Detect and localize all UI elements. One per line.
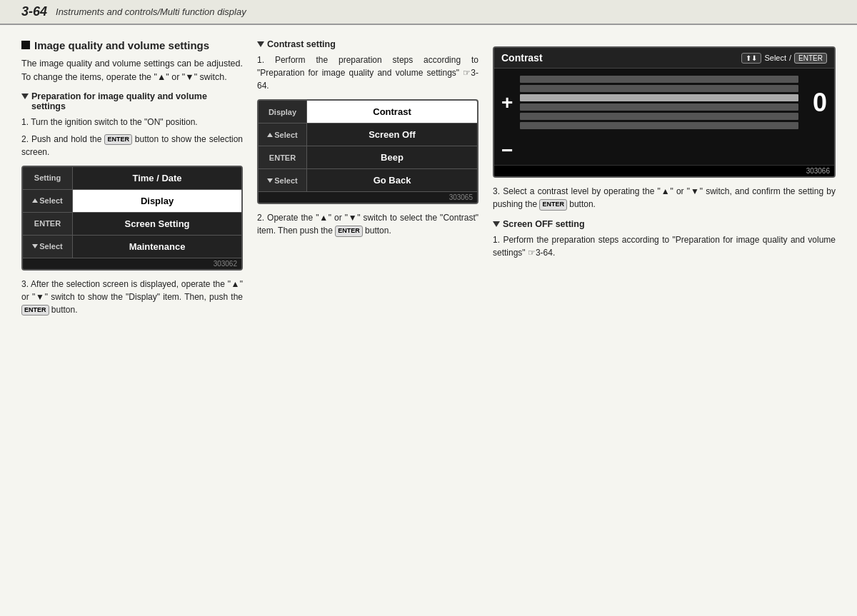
enter-kbd-3: ENTER	[335, 226, 363, 237]
up-down-arrows: ⬆⬇	[746, 54, 757, 62]
contrast-header-label: Contrast	[501, 52, 543, 64]
display-btn-mid: Display	[259, 101, 307, 123]
contrast-header: Contrast ⬆⬇ Select / ENTER	[494, 48, 834, 69]
screen-off-subsection-title: Screen OFF setting	[493, 219, 836, 229]
subsection1-label: Preparation for image quality and volume…	[31, 91, 243, 111]
screen-setting-item: Screen Setting	[73, 213, 241, 235]
up-select-btn: Select	[23, 190, 73, 212]
mid-menu-panel: Display Contrast Select Screen Off ENTER…	[257, 99, 478, 204]
step3-left: 3. After the selection screen is display…	[21, 278, 243, 316]
plus-sign: +	[501, 93, 513, 113]
contrast-item: Contrast	[307, 101, 477, 123]
enter-label-2: ENTER	[269, 153, 296, 162]
screen-off-item: Screen Off	[307, 123, 477, 146]
bar-3-active	[520, 94, 798, 101]
left-menu-panel: Setting Time / Date Select Display ENTER…	[21, 166, 243, 271]
contrast-subsection-label: Contrast setting	[267, 39, 336, 49]
step2-mid: 2. Operate the "▲" or "▼" switch to sele…	[257, 211, 478, 237]
contrast-body: + 0	[494, 69, 834, 136]
select-arrows-btn: ⬆⬇	[741, 53, 761, 64]
enter-label-right: ENTER	[794, 53, 827, 64]
contrast-header-right: ⬆⬇ Select / ENTER	[741, 53, 827, 64]
col-right: Contrast ⬆⬇ Select / ENTER +	[493, 39, 836, 595]
step2-left: 2. Push and hold the ENTER button to sho…	[21, 133, 243, 158]
beep-item: Beep	[307, 146, 477, 168]
down-select-btn-mid: Select	[259, 169, 307, 191]
bar-5	[520, 113, 798, 120]
step4-right: 1. Perform the preparation steps accordi…	[493, 233, 836, 259]
tri-down-icon-1	[32, 244, 38, 248]
step1-left: 1. Turn the ignition switch to the "ON" …	[21, 116, 243, 128]
menu-row-1: Setting Time / Date	[23, 167, 241, 190]
section-title-text: Image quality and volume settings	[34, 39, 209, 51]
step1-mid: 1. Perform the preparation steps accordi…	[257, 54, 478, 92]
triangle-icon-2	[257, 41, 264, 47]
subsection-contrast-title: Contrast setting	[257, 39, 478, 49]
panel-code-3: 303066	[494, 165, 834, 176]
menu-row-3: ENTER Screen Setting	[23, 213, 241, 236]
go-back-item: Go Back	[307, 169, 477, 191]
subsection1-title: Preparation for image quality and volume…	[21, 91, 243, 111]
setting-btn: Setting	[23, 167, 73, 189]
up-select-btn-mid: Select	[259, 123, 307, 146]
enter-kbd-1: ENTER	[104, 134, 132, 146]
col-mid: Contrast setting 1. Perform the preparat…	[257, 39, 478, 595]
section-icon	[21, 41, 30, 49]
page-number: 3-64	[21, 4, 47, 19]
tri-up-icon-1	[32, 198, 38, 203]
triangle-icon-1	[21, 94, 29, 99]
screen-off-label: Screen OFF setting	[503, 219, 585, 229]
mid-menu-row-4: Select Go Back	[259, 169, 477, 192]
step3-right: 3. Select a contrast level by operating …	[493, 185, 836, 211]
mid-menu-row-1: Display Contrast	[259, 101, 477, 123]
bar-1	[520, 76, 798, 83]
triangle-icon-3	[493, 221, 500, 227]
bar-4	[520, 103, 798, 111]
menu-row-2: Select Display	[23, 190, 241, 213]
menu-row-4: Select Maintenance	[23, 236, 241, 258]
slash-label: /	[789, 54, 791, 62]
tri-down-icon-2	[267, 178, 273, 183]
panel-code-2: 303065	[259, 192, 477, 203]
page-header-title: Instruments and controls/Multi function …	[56, 6, 246, 17]
enter-btn-mid: ENTER	[259, 146, 307, 168]
bars-container	[520, 76, 798, 129]
down-select-btn: Select	[23, 236, 73, 258]
bar-6	[520, 122, 798, 129]
enter-label-1: ENTER	[34, 219, 61, 228]
col-left: Image quality and volume settings The im…	[21, 39, 243, 595]
enter-kbd-2: ENTER	[21, 305, 49, 316]
content-area: Image quality and volume settings The im…	[0, 25, 857, 610]
enter-btn-left: ENTER	[23, 213, 73, 235]
panel-code-1: 303062	[23, 258, 241, 269]
maintenance-item: Maintenance	[73, 236, 241, 258]
display-item: Display	[73, 190, 241, 212]
zero-value: 0	[813, 88, 827, 118]
contrast-panel: Contrast ⬆⬇ Select / ENTER +	[493, 46, 836, 178]
bar-2	[520, 85, 798, 92]
section-title: Image quality and volume settings	[21, 39, 243, 51]
page-header: 3-64 Instruments and controls/Multi func…	[0, 0, 857, 25]
intro-text: The image quality and volume settings ca…	[21, 57, 243, 84]
enter-kbd-4: ENTER	[539, 199, 567, 211]
mid-menu-row-2: Select Screen Off	[259, 123, 477, 146]
mid-menu-row-3: ENTER Beep	[259, 146, 477, 169]
minus-sign: −	[501, 141, 513, 161]
select-label-right: Select	[764, 54, 786, 62]
tri-up-icon-2	[267, 133, 273, 137]
time-date-item: Time / Date	[73, 167, 241, 189]
